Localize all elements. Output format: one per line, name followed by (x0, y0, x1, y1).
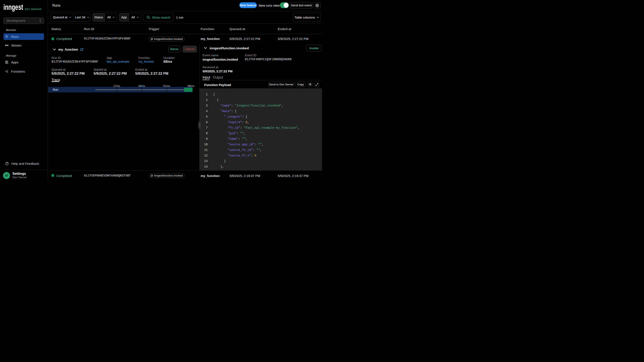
svg-text:inngest: inngest (4, 3, 23, 11)
